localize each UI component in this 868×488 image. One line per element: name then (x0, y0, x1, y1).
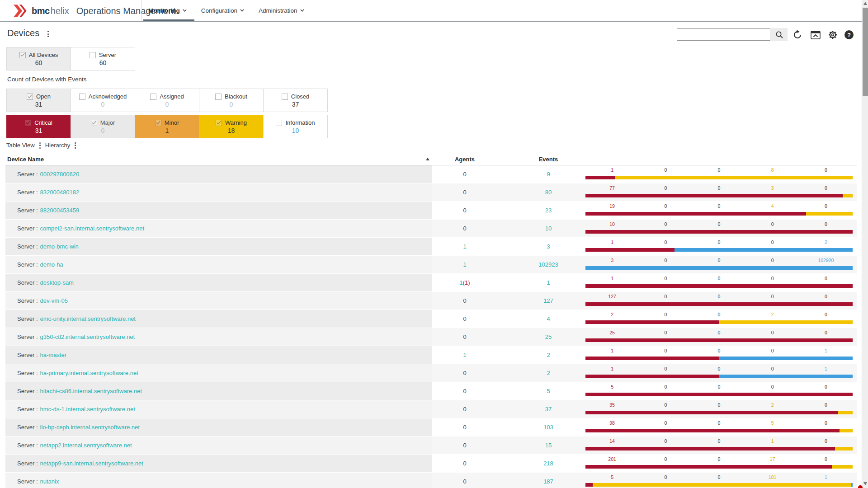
scrollbar-thumb[interactable] (863, 8, 868, 96)
severity-bar[interactable] (585, 302, 853, 306)
events-link[interactable]: 1 (547, 279, 550, 286)
events-link[interactable]: 5 (547, 388, 550, 394)
status-filter-checkbox[interactable] (282, 94, 288, 100)
view-control-kebab-menu-icon[interactable] (75, 142, 76, 149)
image-view-button[interactable] (810, 29, 821, 40)
device-name-link[interactable]: hitachi-cs86.internal.sentrysoftware.net (40, 388, 142, 394)
severity-bar[interactable] (585, 248, 853, 252)
agents-link[interactable]: 1 (463, 261, 466, 268)
severity-bar[interactable] (585, 338, 853, 342)
device-type-filter-server[interactable]: Server60 (71, 47, 135, 70)
severity-filter-checkbox[interactable] (216, 120, 222, 126)
severity-filter-checkbox[interactable] (155, 120, 161, 126)
severity-bar[interactable] (585, 393, 853, 396)
status-filter-checkbox[interactable] (27, 94, 33, 100)
device-name-link[interactable]: desktop-sam (40, 279, 74, 286)
device-type-filter-all-devices[interactable]: All Devices60 (6, 47, 71, 70)
severity-filter-warning[interactable]: Warning18 (199, 115, 264, 138)
events-link[interactable]: 102923 (538, 261, 558, 268)
scrollbar-up-arrow-icon[interactable] (863, 2, 867, 5)
status-filter-checkbox[interactable] (150, 94, 156, 100)
agents-link[interactable]: 1 (463, 243, 466, 250)
settings-button[interactable] (827, 29, 838, 40)
nav-tab-administration[interactable]: Administration (259, 0, 304, 21)
events-link[interactable]: 3 (547, 243, 550, 250)
column-header-events[interactable]: Events (497, 152, 599, 166)
device-name-link[interactable]: ha-master (40, 352, 67, 358)
severity-bar[interactable] (585, 465, 853, 469)
device-name-link[interactable]: g350-ctl2.internal.sentrysoftware.net (40, 333, 135, 340)
severity-filter-critical[interactable]: Critical31 (6, 115, 71, 138)
events-link[interactable]: 10 (545, 225, 552, 232)
severity-bar[interactable] (585, 447, 853, 450)
severity-filter-minor[interactable]: Minor1 (135, 115, 199, 138)
device-name-link[interactable]: 882000453459 (40, 207, 80, 214)
device-name-link[interactable]: nutanix (40, 478, 59, 485)
severity-bar[interactable] (585, 266, 853, 270)
view-control-table-view[interactable]: Table View (6, 142, 35, 149)
severity-bar[interactable] (585, 483, 853, 487)
events-link[interactable]: 25 (545, 333, 552, 340)
device-name-link[interactable]: 000297800620 (40, 171, 80, 178)
status-filter-closed[interactable]: Closed37 (263, 89, 328, 112)
severity-bar[interactable] (585, 375, 853, 378)
events-link[interactable]: 9 (547, 171, 550, 178)
agents-link[interactable]: 1 (463, 352, 466, 358)
severity-filter-checkbox[interactable] (25, 120, 31, 126)
events-link[interactable]: 4 (547, 315, 550, 322)
severity-bar[interactable] (585, 284, 853, 288)
device-name-link[interactable]: ilo-hp-ceph.internal.sentrysoftware.net (40, 424, 140, 431)
scrollbar-down-arrow-icon[interactable] (863, 482, 867, 485)
device-name-link[interactable]: netapp9-san.internal.sentrysoftware.net (40, 460, 143, 467)
events-link[interactable]: 127 (543, 297, 553, 304)
sort-ascending-icon[interactable] (426, 158, 429, 160)
device-type-filter-checkbox[interactable] (90, 52, 96, 58)
events-link[interactable]: 103 (543, 424, 553, 431)
view-control-kebab-menu-icon[interactable] (39, 142, 41, 149)
severity-bar[interactable] (585, 320, 853, 324)
status-filter-acknowledged[interactable]: Acknowledged0 (71, 89, 135, 112)
status-filter-open[interactable]: Open31 (6, 89, 71, 112)
severity-bar[interactable] (585, 176, 853, 179)
search-button[interactable] (771, 28, 788, 41)
severity-filter-information[interactable]: Information10 (263, 115, 328, 138)
page-scrollbar[interactable] (862, 0, 868, 488)
status-filter-blackout[interactable]: Blackout0 (199, 89, 264, 112)
device-name-link[interactable]: demo-bmc-win (40, 243, 79, 250)
column-header-device-name[interactable]: Device Name (7, 152, 44, 166)
severity-bar[interactable] (585, 212, 853, 216)
device-name-link[interactable]: compel2-san.internal.sentrysoftware.net (40, 225, 145, 232)
help-button[interactable]: ? (844, 29, 854, 40)
refresh-button[interactable] (792, 29, 803, 40)
severity-bar[interactable] (585, 429, 853, 432)
events-link[interactable]: 2 (547, 352, 550, 358)
column-header-agents[interactable]: Agents (432, 152, 498, 166)
view-control-hierarchy[interactable]: Hierarchy (45, 142, 71, 149)
severity-filter-major[interactable]: Major0 (71, 115, 135, 138)
events-link[interactable]: 15 (545, 442, 552, 449)
events-link[interactable]: 2 (547, 370, 550, 376)
page-title-kebab-menu-icon[interactable] (47, 31, 49, 37)
device-name-link[interactable]: demo-ha (40, 261, 63, 268)
status-filter-assigned[interactable]: Assigned0 (135, 89, 199, 112)
severity-bar[interactable] (585, 194, 853, 197)
device-name-link[interactable]: 832000480182 (40, 189, 80, 196)
severity-filter-checkbox[interactable] (276, 120, 282, 126)
events-link[interactable]: 187 (543, 478, 553, 485)
device-name-link[interactable]: ha-primary.internal.sentrysoftware.net (40, 370, 138, 376)
nav-tab-configuration[interactable]: Configuration (201, 0, 244, 21)
severity-bar[interactable] (585, 357, 853, 360)
severity-filter-checkbox[interactable] (91, 120, 97, 126)
nav-tab-monitoring[interactable]: Monitoring (148, 0, 187, 21)
events-link[interactable]: 80 (545, 189, 552, 196)
severity-bar[interactable] (585, 230, 853, 234)
search-input[interactable] (677, 28, 770, 41)
events-link[interactable]: 23 (545, 207, 552, 214)
device-type-filter-checkbox[interactable] (19, 52, 26, 58)
events-link[interactable]: 37 (545, 406, 552, 413)
status-filter-checkbox[interactable] (215, 94, 222, 100)
device-name-link[interactable]: hmc-ds-1.internal.sentrysoftware.net (40, 406, 135, 413)
severity-bar[interactable] (585, 411, 853, 414)
events-link[interactable]: 218 (543, 460, 553, 467)
device-name-link[interactable]: netapp2.internal.sentrysoftware.net (40, 442, 132, 449)
